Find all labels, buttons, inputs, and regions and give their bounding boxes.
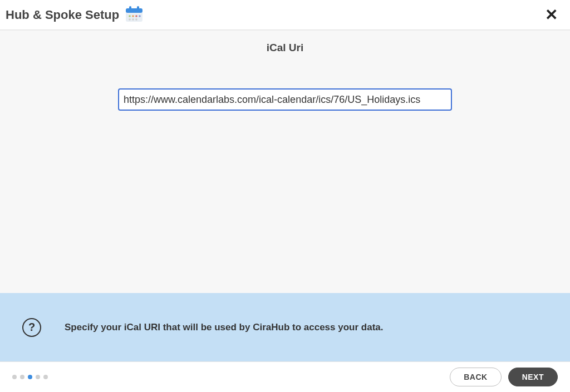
svg-rect-3: [137, 6, 139, 11]
section-title: iCal Uri: [0, 42, 570, 54]
footer: BACK NEXT: [0, 361, 570, 392]
uri-input-wrap: [118, 88, 452, 111]
step-indicator: [12, 375, 48, 379]
step-dot: [28, 375, 32, 379]
page-title: Hub & Spoke Setup: [6, 8, 119, 22]
step-dot: [36, 375, 40, 379]
back-button[interactable]: BACK: [450, 368, 501, 386]
svg-rect-2: [129, 6, 131, 11]
svg-point-5: [132, 15, 134, 17]
svg-point-4: [129, 15, 131, 17]
ical-uri-input[interactable]: [118, 88, 452, 111]
step-dot: [43, 375, 48, 379]
svg-point-6: [135, 15, 137, 17]
calendar-icon: [125, 5, 144, 25]
header: Hub & Spoke Setup ✕: [0, 0, 570, 30]
svg-point-8: [129, 18, 131, 21]
svg-rect-1: [126, 8, 142, 13]
help-icon: ?: [22, 318, 41, 337]
help-text: Specify your iCal URI that will be used …: [65, 322, 383, 333]
help-banner: ? Specify your iCal URI that will be use…: [0, 293, 570, 361]
close-icon[interactable]: ✕: [542, 7, 561, 23]
step-dot: [20, 375, 24, 379]
svg-point-10: [135, 18, 137, 21]
next-button[interactable]: NEXT: [508, 368, 558, 386]
svg-point-7: [139, 15, 141, 17]
svg-point-9: [132, 18, 134, 21]
wizard-body: iCal Uri: [0, 30, 570, 293]
step-dot: [12, 375, 17, 379]
